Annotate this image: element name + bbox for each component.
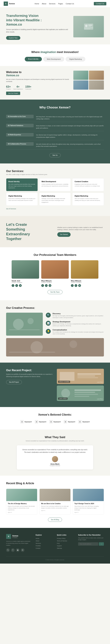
team-member-1-image [12, 260, 39, 279]
footer-linkedin-icon[interactable]: in [21, 548, 24, 552]
svg-point-12 [70, 340, 77, 348]
linkedin-icon-2[interactable]: in [45, 284, 48, 287]
nav-about[interactable]: About [42, 3, 46, 4]
footer-explore-contact[interactable]: Contact [36, 548, 52, 549]
hero-subtitle: Xemoe specializes in building powerful d… [6, 28, 70, 33]
nav-services[interactable]: Services [49, 3, 55, 4]
cta-banner: Let's Create Something Extraordinary Tog… [0, 216, 110, 248]
nav-logo[interactable]: X Xemoe [4, 2, 15, 6]
linkedin-icon[interactable]: in [15, 284, 18, 287]
services-subtitle: We offer a wide range of digital service… [6, 174, 104, 175]
nav-cta-button[interactable]: Contact Us [94, 2, 106, 5]
footer-facebook-icon[interactable]: f [11, 548, 15, 552]
svg-rect-21 [75, 390, 101, 391]
footer-socials: 𝕏 f ◉ in [6, 548, 31, 552]
project-card-1: Cleny's Unveiled Lara Pena [57, 369, 104, 384]
nav-pages[interactable]: Pages [58, 3, 63, 4]
footer: X Xemoe Company Xemoe is a creative digi… [0, 528, 110, 564]
blog-cta-button[interactable]: See All Blog [48, 518, 62, 522]
projects-cta-button[interactable]: See All Project [6, 380, 22, 384]
process-step-1: 🔍 Discovery We begin by thoroughly under… [46, 313, 104, 319]
services-link[interactable]: See All Services [6, 208, 16, 210]
process-bottom-illustration [6, 338, 104, 356]
client-logo-1: ◈ Squarport [20, 420, 32, 424]
team-member-1: Sarah Joel Graphic Designer 𝕏 in ◉ [12, 260, 39, 287]
services-title: Our Services: [6, 170, 104, 173]
nav-home[interactable]: Home [35, 3, 39, 4]
footer-twitter-icon[interactable]: 𝕏 [6, 548, 10, 552]
tab-web-development[interactable]: Web Development [43, 57, 64, 62]
projects-right: Cleny's Unveiled Lara Pena Lara's Shoot … [57, 369, 104, 401]
service-card-3: Content Creation Engaging content that t… [72, 178, 104, 191]
svg-rect-16 [78, 374, 101, 375]
process-step-2: 📊 Strategy Development Based on our find… [46, 321, 104, 327]
instagram-icon[interactable]: ◉ [19, 284, 22, 287]
footer-instagram-icon[interactable]: ◉ [16, 548, 19, 552]
footer-logo-icon: X [6, 534, 11, 539]
process-step-1-content: Discovery We begin by thoroughly underst… [53, 313, 104, 319]
stats-row: 63+ Projects 4+ Years Experience 159+ Cu… [6, 85, 70, 90]
testimonial-name: Anna Marie [21, 463, 89, 465]
footer-explore-about[interactable]: About [36, 540, 52, 542]
welcome-image-grid [73, 70, 104, 90]
clients-section: Xemoe's Beloved Clients: ◈ Squarport ◈ S… [0, 407, 110, 430]
why-btn: See Us [6, 153, 104, 157]
welcome-cta-button[interactable]: See Our Project [6, 92, 20, 95]
cta-get-started-button[interactable]: Get Started [57, 232, 71, 237]
svg-point-20 [61, 389, 70, 398]
footer-quick-privacy[interactable]: Privacy Policy [57, 538, 74, 539]
hero-cta-button[interactable]: Explore Now [6, 36, 20, 40]
footer-subscribe-button[interactable]: → [99, 542, 104, 546]
team-member-3-socials: 𝕏 in ◉ [71, 284, 98, 287]
svg-rect-10 [6, 338, 104, 356]
nav-contact[interactable]: Contact Us [66, 3, 74, 4]
testimonials-section: What They Said Xemoe exceeded our expect… [0, 430, 110, 476]
svg-rect-22 [75, 392, 95, 393]
client-icon-1: ◈ [20, 420, 24, 424]
team-member-3-image [71, 260, 98, 279]
client-logo-3: ◈ Squarport [49, 420, 61, 424]
twitter-icon[interactable]: 𝕏 [12, 284, 14, 287]
testimonial-quote: Xemoe exceeded our expectations! From cr… [21, 448, 89, 454]
footer-quick-terms[interactable]: Terms of Service [57, 540, 74, 542]
blog-card-1: The Art of Design Mastery Explore the pr… [6, 489, 37, 514]
tab-brand-identity[interactable]: Brand Identity [25, 57, 42, 62]
services-grid: Brand Identity We craft compelling brand… [6, 178, 104, 206]
process-layout: 🔍 Discovery We begin by thoroughly under… [6, 313, 104, 336]
svg-point-1 [85, 25, 88, 27]
testimonials-subtitle: Xemoe exceeded our expectations! From cr… [6, 440, 104, 442]
tab-digital-marketing[interactable]: Digital Marketing [66, 57, 85, 62]
welcome-right [73, 70, 104, 90]
team-cta-button[interactable]: See My Team [47, 290, 63, 294]
process-step-3-content: Conceptualization Our creative team tran… [53, 329, 104, 335]
footer-email-input[interactable] [78, 542, 98, 546]
navigation: X Xemoe Home About Services Pages Contac… [0, 0, 110, 8]
imagination-em: Imagination [40, 50, 56, 54]
imagination-section: Where Imagination meet Innovation! Brand… [0, 44, 110, 66]
svg-rect-4 [84, 28, 93, 28]
why-cta-button[interactable]: See Us [49, 153, 61, 157]
team-member-2: Miya Mikayia Graphic Designer 𝕏 in ◉ [41, 260, 69, 287]
why-item-label-1: 01 Innovation at its Core [6, 115, 34, 118]
footer-explore-portfolio[interactable]: Portfolio [36, 545, 52, 546]
instagram-icon-3[interactable]: ◉ [78, 284, 81, 287]
svg-rect-9 [9, 330, 40, 330]
footer-quick-support[interactable]: Support [57, 545, 74, 546]
twitter-icon-2[interactable]: 𝕏 [41, 284, 44, 287]
svg-rect-5 [84, 29, 90, 29]
instagram-icon-2[interactable]: ◉ [49, 284, 51, 287]
blog-image-3 [73, 489, 104, 501]
twitter-icon-3[interactable]: 𝕏 [71, 284, 74, 287]
linkedin-icon-3[interactable]: in [75, 284, 77, 287]
why-section: Why Choose Xemoe? 01 Innovation at its C… [0, 100, 110, 164]
footer-explore-list: Home About Services Portfolio Contact [36, 538, 52, 549]
welcome-img-1 [73, 70, 88, 80]
services-section: Our Services: We offer a wide range of d… [0, 164, 110, 216]
welcome-title: Welcome to Xemoe.co [6, 70, 70, 77]
footer-explore-home[interactable]: Home [36, 538, 52, 539]
process-steps: 🔍 Discovery We begin by thoroughly under… [46, 313, 104, 335]
footer-quick-sitemap[interactable]: Sitemap [57, 548, 74, 549]
svg-point-7 [13, 319, 24, 330]
footer-quick-faq[interactable]: FAQ [57, 542, 74, 544]
footer-explore-services[interactable]: Services [36, 542, 52, 544]
